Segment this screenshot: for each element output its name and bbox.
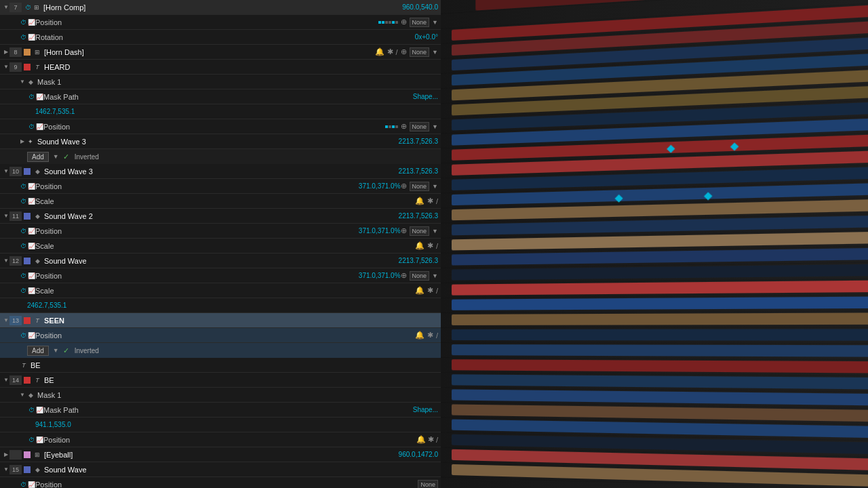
property-row[interactable]: ⏱ 📈 Scale 🔔 ✱ / [0,283,441,298]
pencil-icon: / [436,331,438,340]
mask-row[interactable]: ▼ Mask 1 [0,75,441,89]
layer-row[interactable]: ▼ 14 BE [0,373,441,388]
text-icon [33,375,42,385]
expand-arrow[interactable]: ▶ [3,49,9,56]
stopwatch-icon: ⏱ [27,406,35,414]
layer-row[interactable]: ▼ 12 Sound Wave 2213.7,526.3 [0,253,441,268]
coord-value: 2462.7,535.1 [27,302,66,309]
collapse-arrow[interactable]: ▼ [3,4,9,11]
comp-icon [33,47,42,57]
layer-row[interactable]: ▼ 7 ⏱ [Horn Comp] 960.0,540.0 [0,0,441,15]
blend-mode-dropdown[interactable]: None [418,480,438,489]
coord-value: 941.1,535.0 [35,421,71,428]
blend-mode-dropdown[interactable]: None [410,122,430,131]
layer-row[interactable]: ▶ 8 [Horn Dash] 🔔 ✱ / ⊕ None ▼ [0,45,441,60]
collapse-arrow[interactable]: ▼ [3,258,9,264]
add-button-seen[interactable]: Add [27,346,49,356]
dropdown-arrow[interactable]: ▼ [432,49,438,56]
property-row[interactable]: ⏱ 📈 Position 371.0,371.0% ⊕ None ▼ [0,268,441,283]
layer-sub-row[interactable]: ▶ Sound Wave 3 2213.7,526.3 [0,134,441,149]
pencil-icon: / [436,242,438,250]
blend-mode-dropdown[interactable]: None [410,226,430,236]
blend-squares [385,125,398,128]
layer-name: Sound Wave 3 [44,167,399,176]
shape-icon [33,465,42,474]
stopwatch-icon: ⏱ [19,182,27,190]
layer-row-selected[interactable]: ▼ 13 SEEN [0,313,441,328]
property-row[interactable]: ⏱ 📈 Position 🔔 ✱ / [0,328,441,343]
shape-icon [33,256,42,266]
collapse-arrow[interactable]: ▼ [19,79,26,85]
layer-row[interactable]: ▼ 10 Sound Wave 3 2213.7,526.3 [0,164,441,179]
bell-icon: 🔔 [416,435,426,444]
blend-mode-dropdown[interactable]: None [410,18,430,27]
property-name: Position [35,481,418,489]
inverted-label: Inverted [75,347,99,354]
collapse-arrow[interactable]: ▼ [3,317,9,324]
layer-color [24,466,31,473]
collapse-arrow[interactable]: ▼ [3,213,9,220]
graph-icon: 📈 [27,272,35,280]
graph-icon: 📈 [35,93,43,101]
stopwatch-icon: ⏱ [19,33,27,41]
add-button[interactable]: Add [27,152,49,162]
property-row[interactable]: ⏱ 📈 Rotation 0x+0.0° [0,30,441,45]
property-row[interactable]: ⏱ 📈 Position 🔔 ✱ / [0,432,441,447]
property-row[interactable]: ⏱ 📈 Position ⊕ None ▼ [0,119,441,134]
property-name: Mask Path [43,93,408,101]
layer-number: 10 [9,167,22,176]
dropdown-arrow-add[interactable]: ▼ [53,347,59,354]
layer-name: SEEN [44,317,438,325]
dropdown-arrow[interactable]: ▼ [432,19,438,26]
layer-color [24,168,31,175]
property-row[interactable]: ⏱ 📈 Position 371.0,371.0% ⊕ None ▼ [0,224,441,239]
layer-sub-row[interactable]: BE [0,358,441,373]
layer-name: Sound Wave [44,257,399,265]
property-row[interactable]: ⏱ 📈 Position None [0,477,441,488]
layer-row[interactable]: ▼ 15 Sound Wave [0,462,441,477]
expand-arrow[interactable]: ▶ [3,451,9,458]
layer-value: 2213.7,526.3 [399,212,438,220]
text-icon [19,361,28,370]
mask-row[interactable]: ▼ Mask 1 [0,388,441,403]
collapse-arrow[interactable]: ▼ [19,392,26,399]
layer-value: 960.0,540.0 [402,3,438,11]
blend-mode-dropdown[interactable]: None [410,182,430,191]
stopwatch-icon: ⏱ [24,3,32,12]
blend-mode-dropdown[interactable]: None [410,47,430,57]
layer-row[interactable]: ▼ 11 Sound Wave 2 2213.7,526.3 [0,209,441,224]
dropdown-arrow[interactable]: ▼ [432,123,438,130]
chain-icon: ⊕ [401,226,407,235]
graph-icon: 📈 [27,481,35,489]
layer-number: 13 [9,316,22,325]
graph-icon: 📈 [35,436,43,444]
stopwatch-icon: ⏱ [19,18,27,26]
dropdown-arrow-add[interactable]: ▼ [53,153,59,160]
layer-row[interactable]: ▼ 9 HEARD [0,60,441,75]
pencil-icon: / [436,287,438,295]
layer-row[interactable]: ▶ [Eyeball] 960.0,1472.0 [0,447,441,462]
property-row[interactable]: ⏱ 📈 Scale 🔔 ✱ / [0,239,441,253]
sun-icon: ✱ [427,286,433,295]
property-row[interactable]: ⏱ 📈 Position 371.0,371.0% ⊕ None ▼ [0,179,441,194]
property-name: Scale [35,287,415,295]
expand-arrow[interactable]: ▶ [19,138,26,145]
collapse-arrow[interactable]: ▼ [3,168,9,175]
property-row[interactable]: ⏱ 📈 Mask Path Shape... [0,89,441,104]
property-row[interactable]: ⏱ 📈 Position ⊕ None ▼ [0,15,441,30]
layer-number: 15 [9,465,22,474]
property-row[interactable]: ⏱ 📈 Scale 🔔 ✱ / [0,194,441,209]
bell-icon: 🔔 [415,241,425,250]
property-row[interactable]: ⏱ 📈 Mask Path Shape... [0,403,441,418]
sun-icon: ✱ [427,241,433,250]
dropdown-arrow[interactable]: ▼ [432,272,438,279]
dropdown-arrow[interactable]: ▼ [432,228,438,235]
dropdown-arrow[interactable]: ▼ [432,183,438,190]
collapse-arrow[interactable]: ▼ [3,64,9,70]
collapse-arrow[interactable]: ▼ [3,377,9,384]
collapse-arrow[interactable]: ▼ [3,466,9,473]
blend-mode-dropdown[interactable]: None [410,271,430,281]
property-name-rotation: Rotation [35,33,410,41]
app-container: ▼ 7 ⏱ [Horn Comp] 960.0,540.0 ⏱ 📈 Positi… [0,0,868,488]
layer-name: [Horn Comp] [43,3,402,12]
